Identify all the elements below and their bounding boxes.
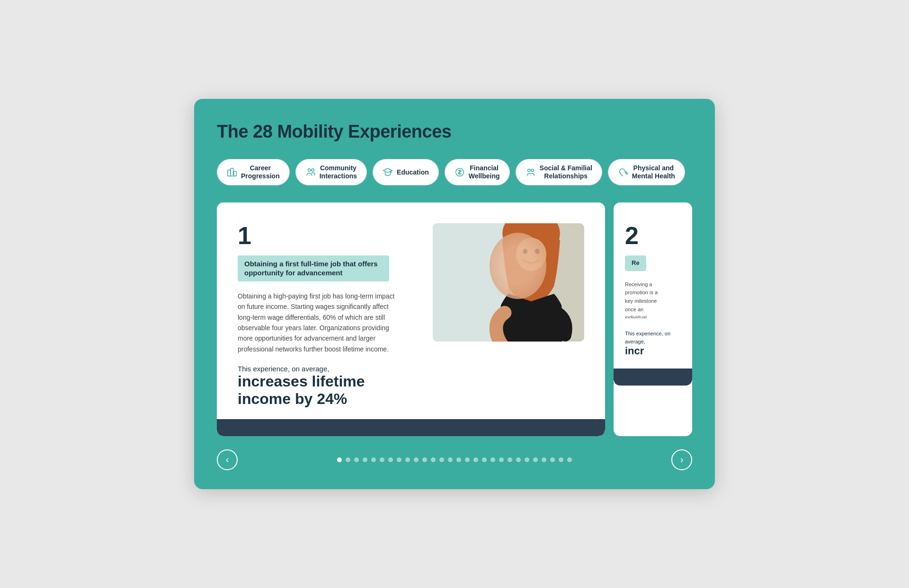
card-2-stat-intro: This experience, on average, — [625, 331, 670, 344]
card-1-number: 1 — [238, 223, 416, 248]
career-progression-label: Career Progression — [241, 164, 280, 180]
card-2-number: 2 — [625, 223, 683, 248]
filter-career-progression[interactable]: Career Progression — [217, 159, 290, 185]
dot-25[interactable] — [542, 457, 546, 462]
card-2-stat: This experience, on average, incr — [625, 329, 683, 357]
svg-point-13 — [516, 237, 546, 271]
physical-mental-health-icon — [618, 167, 628, 177]
svg-point-15 — [535, 249, 540, 254]
card-2-stat-main: incr — [625, 345, 683, 357]
dot-10[interactable] — [414, 457, 419, 462]
dot-13[interactable] — [439, 457, 444, 462]
card-1-description: Obtaining a high-paying first job has lo… — [238, 291, 399, 354]
dot-23[interactable] — [525, 457, 529, 462]
card-1-bottom-bar — [217, 419, 605, 436]
card-2-description: Receiving a promotion is a key milestone… — [625, 281, 663, 318]
dot-6[interactable] — [380, 457, 384, 462]
filter-education[interactable]: Education — [373, 159, 439, 185]
card-1: 1 Obtaining a first full-time job that o… — [217, 202, 605, 436]
career-progression-icon — [227, 167, 237, 177]
dots-row — [337, 457, 572, 462]
dot-16[interactable] — [465, 457, 470, 462]
financial-wellbeing-icon — [454, 167, 465, 177]
dot-14[interactable] — [448, 457, 453, 462]
svg-point-4 — [312, 169, 314, 172]
card-1-stat: This experience, on average, increases l… — [238, 365, 416, 408]
dot-15[interactable] — [456, 457, 461, 462]
svg-point-8 — [531, 169, 534, 172]
dot-18[interactable] — [482, 457, 487, 462]
education-icon — [383, 167, 393, 177]
card-1-stat-intro: This experience, on average, — [238, 365, 329, 373]
filter-social-familial[interactable]: Social & Familial Relationships — [516, 159, 602, 185]
physical-mental-health-label: Physical and Mental Health — [632, 164, 675, 180]
dot-26[interactable] — [550, 457, 555, 462]
filter-bar: Career ProgressionCommunity Interactions… — [217, 159, 692, 185]
dot-28[interactable] — [567, 457, 572, 462]
svg-point-3 — [308, 169, 311, 172]
social-familial-icon — [526, 167, 536, 177]
community-interactions-icon — [305, 167, 316, 177]
dot-24[interactable] — [533, 457, 538, 462]
dot-9[interactable] — [405, 457, 410, 462]
dot-20[interactable] — [499, 457, 504, 462]
card-1-image — [433, 223, 584, 342]
social-familial-label: Social & Familial Relationships — [540, 164, 592, 180]
filter-community-interactions[interactable]: Community Interactions — [295, 159, 367, 185]
svg-rect-0 — [228, 170, 231, 176]
card-2-partial: 2 Re Receiving a promotion is a key mile… — [614, 202, 692, 436]
page-title: The 28 Mobility Experiences — [217, 122, 692, 142]
dot-19[interactable] — [490, 457, 495, 462]
education-label: Education — [397, 168, 429, 176]
dot-17[interactable] — [473, 457, 478, 462]
dot-11[interactable] — [422, 457, 427, 462]
dot-5[interactable] — [371, 457, 376, 462]
dot-22[interactable] — [516, 457, 521, 462]
app-container: The 28 Mobility Experiences Career Progr… — [194, 99, 715, 489]
card-1-photo — [433, 223, 584, 342]
card-1-text: 1 Obtaining a first full-time job that o… — [238, 223, 416, 408]
dot-27[interactable] — [559, 457, 563, 462]
filter-financial-wellbeing[interactable]: Financial Wellbeing — [445, 159, 510, 185]
prev-button[interactable]: ‹ — [217, 449, 238, 470]
dot-8[interactable] — [397, 457, 401, 462]
next-button[interactable]: › — [671, 449, 692, 470]
dot-2[interactable] — [346, 457, 350, 462]
cards-row: 1 Obtaining a first full-time job that o… — [217, 202, 692, 436]
filter-physical-mental-health[interactable]: Physical and Mental Health — [608, 159, 685, 185]
card-1-stat-main: increases lifetime income by 24% — [238, 373, 416, 408]
dot-7[interactable] — [388, 457, 393, 462]
dot-4[interactable] — [363, 457, 367, 462]
card-2-bottom-bar — [614, 369, 692, 386]
card-1-tag: Obtaining a first full-time job that off… — [238, 255, 389, 281]
card-2-tag: Re — [625, 255, 646, 271]
financial-wellbeing-label: Financial Wellbeing — [469, 164, 500, 180]
community-interactions-label: Community Interactions — [320, 164, 357, 180]
svg-rect-1 — [231, 168, 233, 176]
dot-1[interactable] — [337, 457, 342, 462]
carousel-area: 1 Obtaining a first full-time job that o… — [217, 202, 692, 436]
svg-point-7 — [527, 169, 530, 172]
carousel-nav: ‹ › — [217, 449, 692, 470]
dot-21[interactable] — [508, 457, 512, 462]
dot-12[interactable] — [431, 457, 436, 462]
card-1-inner: 1 Obtaining a first full-time job that o… — [238, 223, 584, 408]
dot-3[interactable] — [354, 457, 359, 462]
svg-point-14 — [523, 249, 527, 254]
svg-rect-2 — [234, 171, 237, 176]
